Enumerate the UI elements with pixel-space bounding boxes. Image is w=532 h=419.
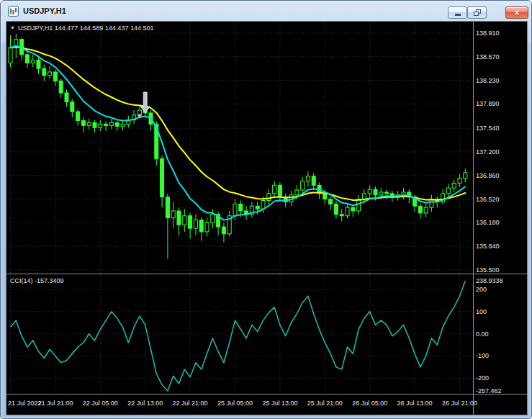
close-button[interactable]: × bbox=[505, 6, 528, 19]
cci-indicator-label: CCI(14) -157.3409 bbox=[10, 277, 64, 284]
price-scale[interactable] bbox=[474, 22, 527, 394]
expander-icon[interactable]: ▼ bbox=[10, 25, 15, 30]
chart-window-icon[interactable] bbox=[8, 6, 19, 17]
restore-icon bbox=[474, 9, 481, 16]
chart-window: USDJPY,H1 × 138.910138.570138.230137.890… bbox=[0, 0, 532, 419]
ohlc-info-text: USDJPY,H1 144.477 144.589 144.437 144.50… bbox=[18, 24, 154, 32]
chart-client-area: 138.910138.570138.230137.890137.540137.2… bbox=[6, 22, 527, 415]
restore-button[interactable] bbox=[467, 6, 487, 19]
minimize-button[interactable] bbox=[448, 6, 467, 19]
titlebar[interactable]: USDJPY,H1 × bbox=[1, 1, 531, 22]
minimize-icon bbox=[455, 14, 461, 16]
chart-canvas[interactable]: 138.910138.570138.230137.890137.540137.2… bbox=[6, 22, 527, 415]
close-icon: × bbox=[514, 9, 519, 17]
ohlc-info: ▼USDJPY,H1 144.477 144.589 144.437 144.5… bbox=[10, 24, 153, 32]
cci-pane-surface[interactable] bbox=[9, 275, 472, 394]
window-title: USDJPY,H1 bbox=[23, 6, 66, 15]
time-scale[interactable] bbox=[6, 395, 527, 415]
main-chart-surface[interactable] bbox=[9, 22, 472, 273]
